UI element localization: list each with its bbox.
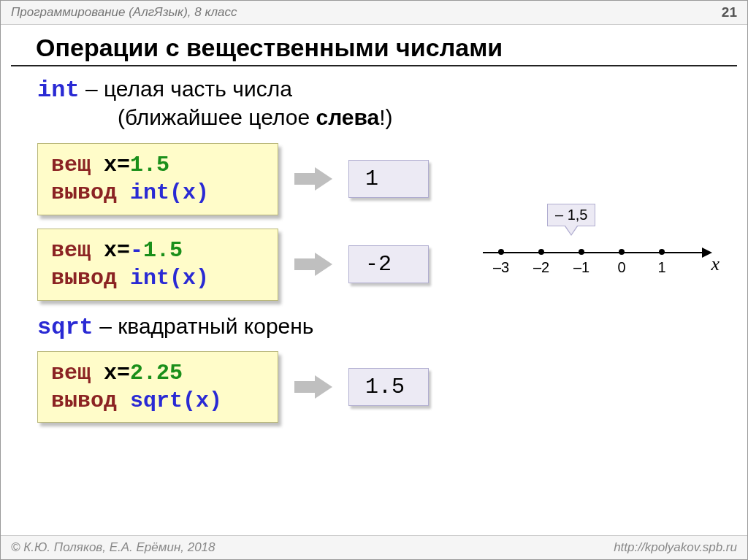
code-func: sqrt(x) — [130, 388, 222, 413]
code-kw: вывод — [51, 266, 130, 291]
code-kw: вещ — [51, 238, 91, 263]
sqrt-label-text: – квадратный корень — [94, 314, 314, 338]
arrow-icon — [294, 169, 332, 189]
page-title: Операции с вещественными числами — [11, 25, 737, 66]
tick-dot — [498, 249, 504, 255]
intro-line-1: int – целая часть числа — [37, 77, 711, 104]
intro-text-1: – целая часть числа — [80, 77, 292, 101]
keyword-sqrt: sqrt — [37, 314, 94, 341]
tick-label: 0 — [617, 259, 625, 276]
code-neg: - — [130, 238, 143, 263]
footer-author: © К.Ю. Поляков, Е.А. Ерёмин, 2018 — [11, 540, 215, 555]
code-num: 2.25 — [130, 361, 183, 386]
code-kw: вещ — [51, 361, 91, 386]
code-func: int(x) — [130, 180, 209, 205]
intro-text-2a: (ближайшее целое — [118, 105, 316, 129]
number-line: – 1,5 –3 –2 –1 0 1 x — [483, 234, 739, 271]
code-kw: вывод — [51, 180, 130, 205]
axis-line — [483, 252, 703, 253]
example-row-3: вещ x=2.25 вывод sqrt(x) 1.5 — [37, 351, 711, 423]
code-num: 1.5 — [143, 238, 183, 263]
code-text: x= — [91, 153, 130, 177]
intro-line-2: (ближайшее целое слева!) — [118, 105, 711, 130]
numline-callout: – 1,5 — [547, 204, 595, 226]
code-kw: вывод — [51, 388, 130, 413]
footer-bar: © К.Ю. Поляков, Е.А. Ерёмин, 2018 http:/… — [1, 535, 747, 559]
code-text: x= — [91, 361, 130, 386]
example-row-1: вещ x=1.5 вывод int(x) 1 — [37, 143, 711, 215]
code-num: 1.5 — [130, 153, 169, 177]
tick-dot — [538, 249, 544, 255]
tick-dot — [619, 249, 625, 255]
code-func: int(x) — [130, 266, 209, 291]
breadcrumb: Программирование (АлгЯзык), 8 класс — [11, 5, 237, 20]
page-number: 21 — [722, 4, 737, 20]
result-box-1: 1 — [348, 160, 429, 198]
intro-text-2b: !) — [379, 105, 392, 129]
keyword-int: int — [37, 77, 80, 104]
header-bar: Программирование (АлгЯзык), 8 класс 21 — [1, 1, 747, 25]
sqrt-section-label: sqrt – квадратный корень — [37, 314, 711, 341]
code-kw: вещ — [51, 153, 91, 177]
code-text: x= — [91, 238, 130, 263]
code-box-3: вещ x=2.25 вывод sqrt(x) — [37, 351, 278, 423]
tick-label: –3 — [493, 259, 509, 276]
arrow-icon — [294, 254, 332, 275]
code-box-2: вещ x=-1.5 вывод int(x) — [37, 229, 278, 301]
footer-url: http://kpolyakov.spb.ru — [614, 540, 737, 555]
axis-variable: x — [711, 253, 720, 275]
intro-bold: слева — [316, 105, 379, 129]
tick-dot — [579, 249, 584, 255]
result-box-2: -2 — [348, 245, 429, 283]
tick-label: –2 — [533, 259, 549, 276]
arrow-icon — [294, 377, 332, 397]
tick-label: 1 — [657, 259, 665, 276]
result-box-3: 1.5 — [348, 368, 429, 406]
tick-label: –1 — [573, 259, 589, 276]
tick-dot — [659, 249, 665, 255]
code-box-1: вещ x=1.5 вывод int(x) — [37, 143, 278, 215]
numline-axis: –3 –2 –1 0 1 x — [483, 234, 717, 271]
